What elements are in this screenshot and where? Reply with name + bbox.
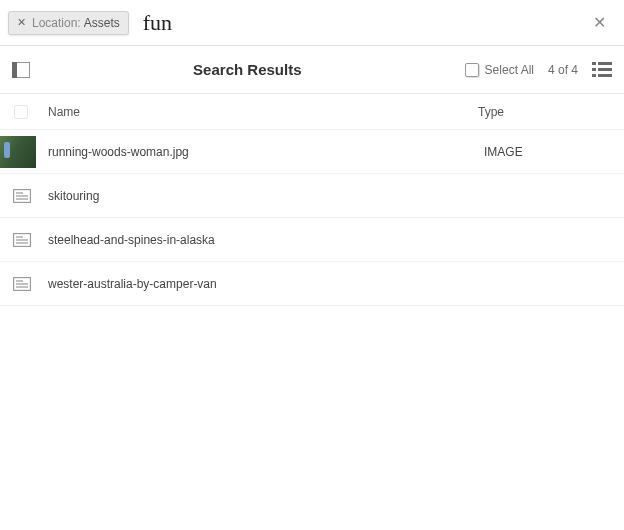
table-row[interactable]: running-woods-woman.jpg IMAGE (0, 130, 624, 174)
cell-name: skitouring (48, 189, 484, 203)
thumbnail (0, 136, 36, 168)
image-thumbnail (0, 136, 36, 168)
close-icon[interactable]: ✕ (17, 16, 26, 29)
list-view-icon[interactable] (592, 61, 612, 79)
page-icon (13, 189, 31, 203)
page-icon (13, 233, 31, 247)
svg-rect-6 (592, 74, 596, 77)
clear-search-icon[interactable]: ✕ (583, 13, 616, 32)
search-input[interactable] (139, 8, 583, 38)
filter-chip-location[interactable]: ✕ Location: Assets (8, 11, 129, 35)
results-list: running-woods-woman.jpg IMAGE skitouring… (0, 130, 624, 306)
column-header-type[interactable]: Type (478, 105, 624, 119)
table-row[interactable]: steelhead-and-spines-in-alaska (0, 218, 624, 262)
thumbnail (8, 224, 36, 256)
checkbox-icon (465, 63, 479, 77)
svg-rect-3 (598, 62, 612, 65)
table-row[interactable]: wester-australia-by-camper-van (0, 262, 624, 306)
page-title: Search Results (193, 61, 301, 78)
header-checkbox[interactable] (14, 105, 28, 119)
svg-rect-2 (592, 62, 596, 65)
cell-type: IMAGE (484, 145, 624, 159)
cell-name: running-woods-woman.jpg (48, 145, 484, 159)
select-all-button[interactable]: Select All (465, 63, 534, 77)
cell-name: wester-australia-by-camper-van (48, 277, 484, 291)
search-bar: ✕ Location: Assets ✕ (0, 0, 624, 46)
svg-rect-1 (12, 62, 17, 78)
thumbnail (8, 268, 36, 300)
rail-toggle-icon[interactable] (12, 62, 30, 78)
cell-name: steelhead-and-spines-in-alaska (48, 233, 484, 247)
result-count: 4 of 4 (548, 63, 578, 77)
column-header-row: Name Type (0, 94, 624, 130)
column-header-name[interactable]: Name (48, 105, 478, 119)
thumbnail (8, 180, 36, 212)
chip-label: Location: (32, 16, 81, 30)
page-icon (13, 277, 31, 291)
svg-rect-7 (598, 74, 612, 77)
select-all-label: Select All (485, 63, 534, 77)
toolbar: Search Results Select All 4 of 4 (0, 46, 624, 94)
chip-value: Assets (84, 16, 120, 30)
svg-rect-4 (592, 68, 596, 71)
table-row[interactable]: skitouring (0, 174, 624, 218)
svg-rect-5 (598, 68, 612, 71)
